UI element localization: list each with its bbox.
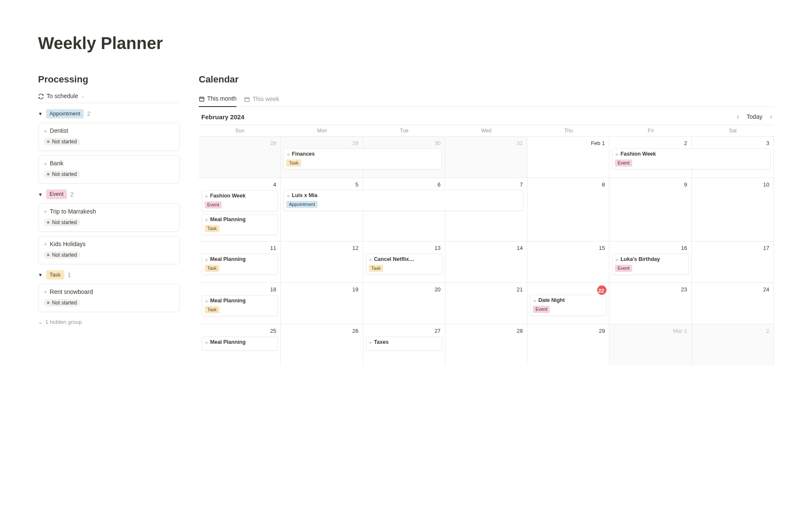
day-number: 31 xyxy=(448,139,524,149)
day-cell[interactable]: 27+Taxes xyxy=(363,324,445,365)
day-number: 23 xyxy=(612,285,689,295)
day-cell[interactable]: 8 xyxy=(527,178,609,241)
task-card[interactable]: +Kids HolidaysNot started xyxy=(38,236,180,264)
day-cell[interactable]: 29 xyxy=(527,324,609,365)
hidden-group-toggle[interactable]: ⌄ 1 hidden group xyxy=(38,319,180,325)
day-cell[interactable]: 25+Meal Planning xyxy=(199,324,281,365)
day-number: 17 xyxy=(694,244,771,254)
plus-icon: + xyxy=(44,288,47,295)
day-cell[interactable]: 28 xyxy=(199,137,281,178)
calendar-icon xyxy=(199,95,205,102)
task-card[interactable]: +Rent snowboardNot started xyxy=(38,284,180,312)
calendar-tab[interactable]: This week xyxy=(244,93,279,107)
day-number: 24 xyxy=(694,285,771,295)
status-label: Not started xyxy=(52,139,77,145)
day-cell[interactable]: Mar 1 xyxy=(609,324,691,365)
plus-icon: + xyxy=(615,256,619,263)
day-number: 19 xyxy=(283,285,360,295)
chevron-down-icon: ⌄ xyxy=(38,319,43,325)
processing-view-tab[interactable]: To schedule ⌄ xyxy=(38,93,180,103)
calendar-event[interactable]: +Luis x MiaAppointment xyxy=(283,190,524,211)
group-header[interactable]: ▼Event2 xyxy=(38,189,180,199)
day-cell[interactable]: 12 xyxy=(281,241,363,282)
calendar-event[interactable]: +Date NightEvent xyxy=(530,295,606,316)
event-title: Date Night xyxy=(538,297,565,304)
next-month-button[interactable]: › xyxy=(768,112,774,121)
group-header[interactable]: ▼Appointment2 xyxy=(38,109,180,118)
day-cell[interactable]: 11+Meal PlanningTask xyxy=(199,241,281,282)
calendar-event[interactable]: +Meal Planning xyxy=(202,337,278,351)
day-cell[interactable]: 16+Luka's BirthdayEvent xyxy=(609,241,691,282)
day-cell[interactable]: 5+Luis x MiaAppointment xyxy=(281,178,363,241)
svg-rect-0 xyxy=(200,97,204,101)
card-title: Trip to Marrakesh xyxy=(50,208,96,215)
calendar-tab-label: This week xyxy=(252,96,279,102)
day-cell[interactable]: 4+Fashion WeekEvent+Meal PlanningTask xyxy=(199,178,281,241)
card-title: Bank xyxy=(50,160,63,167)
day-number: 3 xyxy=(694,139,771,149)
dow-label: Sat xyxy=(692,125,774,136)
event-title: Luis x Mia xyxy=(292,192,317,199)
day-cell[interactable]: 17 xyxy=(692,241,774,282)
day-cell[interactable]: 23 xyxy=(609,283,691,324)
plus-icon: + xyxy=(369,339,373,345)
day-cell[interactable]: 9 xyxy=(609,178,691,241)
calendar-event[interactable]: +Cancel Netflix…Task xyxy=(366,254,442,275)
day-cell[interactable]: 2+Fashion WeekEvent xyxy=(609,137,691,178)
event-tag: Task xyxy=(369,265,384,272)
chevron-down-icon: ⌄ xyxy=(81,93,85,99)
calendar-tab-label: This month xyxy=(207,95,236,102)
day-cell[interactable]: 31 xyxy=(445,137,527,178)
status-label: Not started xyxy=(52,252,77,258)
day-cell[interactable]: 26 xyxy=(281,324,363,365)
status-dot-icon xyxy=(47,221,49,224)
day-cell[interactable]: 19 xyxy=(281,283,363,324)
calendar-event[interactable]: +Meal PlanningTask xyxy=(202,254,278,275)
task-card[interactable]: +Trip to MarrakeshNot started xyxy=(38,203,180,232)
day-cell[interactable]: 22+Date NightEvent xyxy=(527,283,609,324)
dow-label: Fri xyxy=(609,125,691,136)
calendar-event[interactable]: +FinancesTask xyxy=(283,148,442,170)
dow-label: Tue xyxy=(363,125,445,136)
caret-down-icon: ▼ xyxy=(38,111,43,116)
task-card[interactable]: +DentistNot started xyxy=(38,123,180,151)
day-cell[interactable]: 2 xyxy=(692,324,774,365)
today-button[interactable]: Today xyxy=(746,113,762,120)
day-cell[interactable]: 21 xyxy=(445,283,527,324)
prev-month-button[interactable]: ‹ xyxy=(735,112,741,121)
plus-icon: + xyxy=(205,217,208,223)
calendar-event[interactable]: +Meal PlanningTask xyxy=(202,214,278,235)
status-chip: Not started xyxy=(44,299,80,307)
group-pill: Event xyxy=(46,189,67,199)
caret-down-icon: ▼ xyxy=(38,192,43,197)
status-label: Not started xyxy=(52,171,77,177)
calendar-event[interactable]: +Fashion WeekEvent xyxy=(202,190,278,211)
day-cell[interactable]: 15 xyxy=(527,241,609,282)
calendar-month-label: February 2024 xyxy=(199,113,244,121)
day-number: 22 xyxy=(597,285,606,295)
group-header[interactable]: ▼Task1 xyxy=(38,270,180,280)
day-cell[interactable]: Feb 1 xyxy=(527,137,609,178)
calendar-tab[interactable]: This month xyxy=(199,93,236,107)
card-title: Dentist xyxy=(50,127,69,134)
day-cell[interactable]: 14 xyxy=(445,241,527,282)
day-cell[interactable]: 24 xyxy=(692,283,774,324)
day-cell[interactable]: 10 xyxy=(692,178,774,241)
calendar-event[interactable]: +Meal PlanningTask xyxy=(202,295,278,316)
calendar-event[interactable]: +Taxes xyxy=(366,337,442,351)
day-cell[interactable]: 29+FinancesTask xyxy=(281,137,363,178)
day-number: 4 xyxy=(202,181,278,190)
event-tag: Event xyxy=(533,306,550,313)
day-cell[interactable]: 20 xyxy=(363,283,445,324)
day-number: 29 xyxy=(530,327,606,337)
day-cell[interactable]: 13+Cancel Netflix…Task xyxy=(363,241,445,282)
day-number: 8 xyxy=(530,181,606,190)
plus-icon: + xyxy=(44,160,47,167)
day-cell[interactable]: 28 xyxy=(445,324,527,365)
task-card[interactable]: +BankNot started xyxy=(38,155,180,184)
day-number: 9 xyxy=(612,181,689,190)
calendar-event[interactable]: +Fashion WeekEvent xyxy=(612,148,771,170)
day-cell[interactable]: 18+Meal PlanningTask xyxy=(199,283,281,324)
dow-label: Wed xyxy=(445,125,527,136)
calendar-event[interactable]: +Luka's BirthdayEvent xyxy=(612,254,689,275)
